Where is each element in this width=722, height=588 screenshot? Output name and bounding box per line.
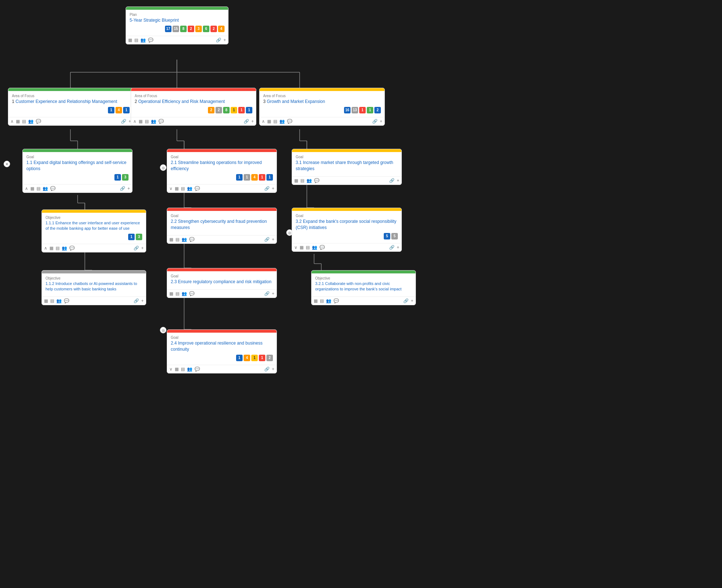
goal21-add-icon[interactable]: + — [272, 186, 274, 191]
goal32-add-icon[interactable]: + — [397, 245, 399, 250]
goal11-calendar-icon[interactable]: ▤ — [36, 186, 40, 191]
goal31-people-icon[interactable]: 👥 — [306, 178, 312, 183]
goal22-chart-icon[interactable]: ▦ — [169, 237, 173, 242]
aof1-calendar-icon[interactable]: ▤ — [22, 119, 26, 124]
goal23-add-icon[interactable]: + — [272, 291, 274, 296]
aof3-collapse-btn[interactable]: ∧ — [262, 119, 265, 124]
aof2-comment-icon[interactable]: 💬 — [158, 119, 164, 124]
aof3-comment-icon[interactable]: 💬 — [287, 119, 292, 124]
aof3-people-icon[interactable]: 👥 — [279, 119, 285, 124]
goal31-calendar-icon[interactable]: ▤ — [300, 178, 304, 183]
obj112-comment-icon[interactable]: 💬 — [64, 298, 69, 303]
goal32-collapse-btn[interactable]: ∨ — [294, 245, 297, 250]
add-icon[interactable]: + — [223, 38, 226, 43]
goal32-people-icon[interactable]: 👥 — [312, 245, 317, 250]
goal22-link-icon[interactable]: 🔗 — [264, 237, 270, 242]
goal11-chart-icon[interactable]: ▦ — [30, 186, 34, 191]
obj112-chart-icon[interactable]: ▦ — [44, 298, 48, 303]
aof1-link-icon[interactable]: 🔗 — [121, 119, 126, 124]
aof3-add-icon[interactable]: + — [380, 119, 382, 124]
goal24-chart-icon[interactable]: ▦ — [175, 367, 179, 372]
obj321-link-icon[interactable]: 🔗 — [403, 298, 409, 303]
obj111-comment-icon[interactable]: 💬 — [69, 246, 75, 251]
goal11-add-icon[interactable]: + — [127, 186, 130, 191]
aof1-expand-circle[interactable]: ✕ — [4, 161, 10, 167]
goal23-calendar-icon[interactable]: ▤ — [175, 291, 179, 296]
plan-badges: 17 15 8 2 3 6 2 4 — [130, 26, 225, 32]
obj321-add-icon[interactable]: + — [411, 298, 413, 303]
goal23-link-icon[interactable]: 🔗 — [264, 291, 270, 296]
badge-2b: 2 — [210, 26, 217, 32]
aof2-add-icon[interactable]: + — [251, 119, 254, 124]
obj111-calendar-icon[interactable]: ▤ — [56, 246, 60, 251]
obj321-calendar-icon[interactable]: ▤ — [320, 298, 324, 303]
goal11-collapse-btn[interactable]: ∧ — [25, 186, 28, 191]
aof3-chart-icon[interactable]: ▦ — [267, 119, 271, 124]
obj321-chart-icon[interactable]: ▦ — [314, 298, 318, 303]
link-icon[interactable]: 🔗 — [216, 38, 221, 43]
aof1-chart-icon[interactable]: ▦ — [16, 119, 20, 124]
obj112-people-icon[interactable]: 👥 — [56, 298, 62, 303]
obj111-chart-icon[interactable]: ▦ — [49, 246, 53, 251]
goal22-calendar-icon[interactable]: ▤ — [175, 237, 179, 242]
goal24-add-icon[interactable]: + — [272, 367, 274, 372]
goal23-comment-icon[interactable]: 💬 — [189, 291, 195, 296]
badge-4: 4 — [218, 26, 225, 32]
goal32-calendar-icon[interactable]: ▤ — [306, 245, 310, 250]
goal32-link-icon[interactable]: 🔗 — [389, 245, 395, 250]
aof2-link-icon[interactable]: 🔗 — [244, 119, 249, 124]
aof1-people-icon[interactable]: 👥 — [28, 119, 34, 124]
comment-icon[interactable]: 💬 — [148, 38, 153, 43]
obj111-link-icon[interactable]: 🔗 — [134, 246, 139, 251]
goal21-link-icon[interactable]: 🔗 — [264, 186, 270, 191]
goal24-people-icon[interactable]: 👥 — [187, 367, 192, 372]
goal21-people-icon[interactable]: 👥 — [187, 186, 192, 191]
aof2-collapse-btn[interactable]: ∧ — [133, 119, 136, 124]
goal23-chart-icon[interactable]: ▦ — [169, 291, 173, 296]
goal11-link-icon[interactable]: 🔗 — [120, 186, 125, 191]
aof2-chart-icon[interactable]: ▦ — [139, 119, 143, 124]
obj111-people-icon[interactable]: 👥 — [62, 246, 67, 251]
goal31-header — [292, 149, 401, 152]
goal31-link-icon[interactable]: 🔗 — [389, 178, 395, 183]
goal22-comment-icon[interactable]: 💬 — [189, 237, 195, 242]
obj112-add-icon[interactable]: + — [141, 298, 144, 303]
obj111-add-icon[interactable]: + — [141, 246, 144, 251]
aof2-calendar-icon[interactable]: ▤ — [145, 119, 149, 124]
goal21-calendar-icon[interactable]: ▤ — [181, 186, 185, 191]
goal11-card: Goal 1.1 Expand digital banking offering… — [22, 149, 132, 193]
goal24-comment-icon[interactable]: 💬 — [195, 367, 200, 372]
goal21-expand-circle[interactable]: ◎ — [160, 164, 166, 171]
goal22-add-icon[interactable]: + — [272, 237, 274, 242]
aof3-card: Area of Focus 3 Growth and Market Expans… — [259, 88, 385, 126]
chart-icon[interactable]: ▦ — [128, 38, 132, 43]
goal31-comment-icon[interactable]: 💬 — [314, 178, 319, 183]
obj112-link-icon[interactable]: 🔗 — [134, 298, 139, 303]
goal23-people-icon[interactable]: 👥 — [182, 291, 187, 296]
aof1-collapse-btn[interactable]: ∧ — [10, 119, 14, 124]
goal22-people-icon[interactable]: 👥 — [182, 237, 187, 242]
goal21-collapse-btn[interactable]: ∨ — [169, 186, 173, 191]
aof3-link-icon[interactable]: 🔗 — [372, 119, 378, 124]
calendar-icon[interactable]: ▤ — [134, 38, 138, 43]
goal24-calendar-icon[interactable]: ▤ — [181, 367, 185, 372]
aof1-comment-icon[interactable]: 💬 — [36, 119, 41, 124]
obj321-people-icon[interactable]: 👥 — [326, 298, 331, 303]
obj321-comment-icon[interactable]: 💬 — [334, 298, 339, 303]
goal24-link-icon[interactable]: 🔗 — [264, 367, 270, 372]
obj111-collapse-btn[interactable]: ∧ — [44, 246, 47, 251]
goal31-chart-icon[interactable]: ▦ — [294, 178, 298, 183]
goal24-expand-circle[interactable]: ◎ — [160, 327, 166, 333]
aof2-people-icon[interactable]: 👥 — [151, 119, 156, 124]
people-icon[interactable]: 👥 — [140, 38, 146, 43]
aof3-calendar-icon[interactable]: ▤ — [273, 119, 277, 124]
obj112-calendar-icon[interactable]: ▤ — [50, 298, 54, 303]
goal21-chart-icon[interactable]: ▦ — [175, 186, 179, 191]
goal31-add-icon[interactable]: + — [397, 178, 399, 183]
goal32-chart-icon[interactable]: ▦ — [300, 245, 304, 250]
goal11-people-icon[interactable]: 👥 — [43, 186, 48, 191]
goal32-comment-icon[interactable]: 💬 — [319, 245, 325, 250]
goal11-comment-icon[interactable]: 💬 — [50, 186, 56, 191]
goal21-comment-icon[interactable]: 💬 — [195, 186, 200, 191]
goal24-collapse-btn[interactable]: ∨ — [169, 367, 173, 372]
